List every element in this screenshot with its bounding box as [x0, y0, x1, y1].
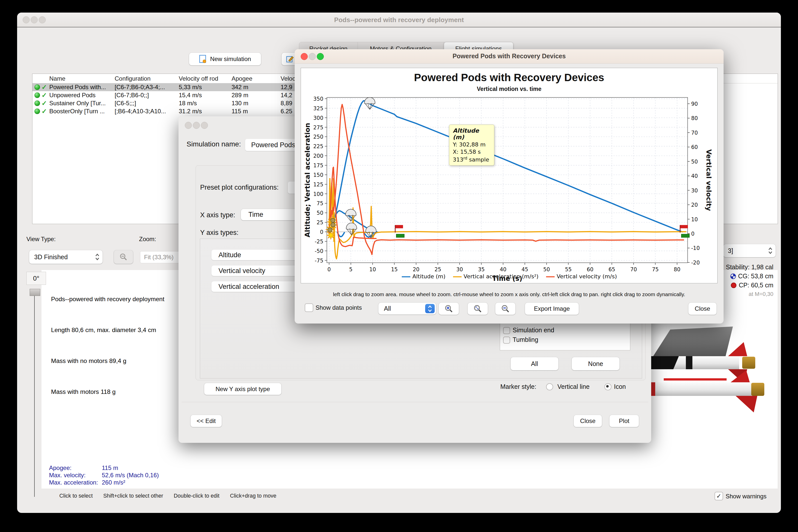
svg-text:30: 30 [456, 266, 463, 272]
branch-select[interactable]: All [378, 303, 436, 315]
dialog-plot-button[interactable]: Plot [610, 415, 639, 427]
flight-config-select[interactable]: 3] [723, 244, 776, 257]
event-simulation-end-checkbox[interactable] [503, 327, 510, 334]
zoom-out-plot-button[interactable] [495, 303, 515, 315]
status-ok-icon [34, 84, 40, 90]
main-titlebar[interactable]: Pods--powered with recovery deployment [17, 13, 781, 27]
screen: Pods--powered with recovery deployment R… [0, 0, 798, 532]
new-y-axis-plot-type-button[interactable]: New Y axis plot type [204, 383, 281, 395]
x-axis-type-value: Time [249, 211, 263, 218]
zoom-label: Zoom: [139, 235, 156, 243]
svg-text:30: 30 [691, 188, 698, 194]
zoom-reset-button[interactable] [468, 303, 488, 315]
event-simulation-end-label: Simulation end [513, 326, 554, 334]
svg-text:200: 200 [313, 153, 323, 159]
updown-chevron-icon [95, 253, 99, 261]
status-ok-icon [34, 100, 40, 106]
new-document-icon [199, 55, 207, 63]
export-image-button[interactable]: Export Image [525, 303, 579, 315]
edit-back-button[interactable]: << Edit [191, 415, 222, 427]
table-cell: 289 m [232, 91, 249, 99]
dialog-minimize-button[interactable] [193, 122, 200, 129]
rotation-angle-field[interactable]: 0° [26, 272, 46, 285]
status-ok-icon [34, 109, 40, 114]
table-cell: [;B6-4;A10-3;A10... [115, 107, 166, 115]
column-header[interactable]: Name [49, 75, 66, 83]
table-cell: 14,2 [280, 91, 292, 99]
svg-text:150: 150 [313, 172, 323, 178]
plot-titlebar[interactable]: Powered Pods with Recovery Devices [295, 49, 724, 63]
max-acceleration-label: Max. acceleration: [49, 479, 102, 486]
event-tumbling-checkbox[interactable] [503, 337, 510, 344]
svg-text:90: 90 [691, 101, 698, 107]
branch-select-value: All [384, 305, 391, 312]
svg-text:60: 60 [587, 266, 594, 272]
rocket-info-mass-empty: Mass with no motors 89,4 g [51, 356, 164, 366]
rocket-info-dimensions: Length 80,6 cm, max. diameter 3,4 cm [51, 325, 164, 335]
rotation-slider-track[interactable] [34, 296, 35, 497]
column-header[interactable]: Apogee [232, 75, 252, 83]
svg-text:-10: -10 [691, 245, 700, 251]
svg-text:300: 300 [313, 115, 323, 121]
max-acceleration-value: 260 m/s² [102, 479, 125, 486]
tooltip-x: X: 15,58 s [453, 149, 491, 155]
edit-pencil-icon [286, 55, 294, 63]
view-type-label: View Type: [26, 235, 56, 243]
status-hint: Click to select [59, 493, 93, 499]
svg-text:15: 15 [391, 266, 398, 272]
new-simulation-button[interactable]: New simulation [189, 53, 261, 65]
table-cell: 8,89 [280, 99, 292, 107]
svg-text:50: 50 [691, 159, 698, 165]
cp-icon [731, 282, 737, 288]
cp-value: 60,5 cm [751, 282, 773, 289]
svg-text:75: 75 [652, 266, 659, 272]
marker-style-label: Marker style: [500, 383, 536, 390]
svg-text:0: 0 [327, 266, 331, 272]
select-chevron-button [425, 304, 435, 313]
table-cell: [C6-7;B6-0;;] [115, 91, 149, 99]
dialog-maximize-button[interactable] [201, 122, 208, 129]
svg-text:50: 50 [316, 210, 323, 216]
zoom-in-button[interactable] [439, 303, 459, 315]
status-hint: Shift+click to select other [103, 493, 163, 499]
updown-chevron-icon [768, 247, 773, 254]
flight-config-value: 3] [728, 247, 733, 254]
table-cell: 342 m [232, 83, 249, 91]
svg-text:40: 40 [500, 266, 507, 272]
svg-text:25: 25 [316, 220, 323, 226]
dialog-close-action-button[interactable]: Close [574, 415, 602, 427]
select-none-events-button[interactable]: None [572, 357, 619, 370]
column-header[interactable]: Veloc [280, 75, 295, 83]
show-data-points-checkbox[interactable] [305, 303, 313, 312]
svg-text:55: 55 [565, 266, 572, 272]
select-all-events-button[interactable]: All [511, 357, 558, 370]
chart-plot-area[interactable]: -75-50-250255075100125150175200225250275… [301, 69, 717, 285]
plot-close-action-button[interactable]: Close [688, 303, 717, 315]
dialog-close-button[interactable] [185, 122, 192, 129]
rocket-info-name: Pods--powered with recovery deployment [51, 294, 164, 304]
svg-text:10: 10 [691, 216, 698, 223]
y-axis-types-label: Y axis types: [200, 229, 239, 236]
column-header[interactable]: Velocity off rod [179, 75, 218, 83]
legend-item: Vertical acceleration (m/s²) [453, 273, 539, 280]
marker-icon-radio[interactable] [604, 383, 612, 390]
show-warnings-checkbox[interactable]: ✓ [714, 492, 723, 500]
stability-block: Stability: 1,98 cal CG: 53,8 cm CP: 60,5… [719, 263, 773, 299]
svg-text:45: 45 [522, 266, 528, 272]
table-cell: Powered Pods with... [49, 83, 106, 91]
table-cell: Unpowered Pods [49, 91, 95, 99]
svg-text:0: 0 [691, 231, 694, 237]
rocket-info-mass-motors: Mass with motors 118 g [51, 386, 164, 397]
table-cell: 15,4 m/s [179, 91, 202, 99]
magnifier-plus-icon [445, 305, 453, 313]
chart-tooltip: Altitude (m) Y: 302,88 m X: 15,58 s 313r… [449, 125, 494, 166]
table-cell: 130 m [232, 99, 249, 107]
view-type-select[interactable]: 3D Finished [29, 250, 103, 264]
uptodate-check-icon: ✓ [41, 91, 47, 99]
marker-icon-label: Icon [614, 383, 626, 390]
chart-legend: Altitude (m)Vertical acceleration (m/s²)… [301, 273, 718, 280]
column-header[interactable]: Configuration [115, 75, 150, 83]
rotation-slider-thumb[interactable] [30, 289, 40, 296]
zoom-out-button[interactable] [114, 250, 133, 264]
marker-vertical-line-radio[interactable] [546, 383, 553, 390]
